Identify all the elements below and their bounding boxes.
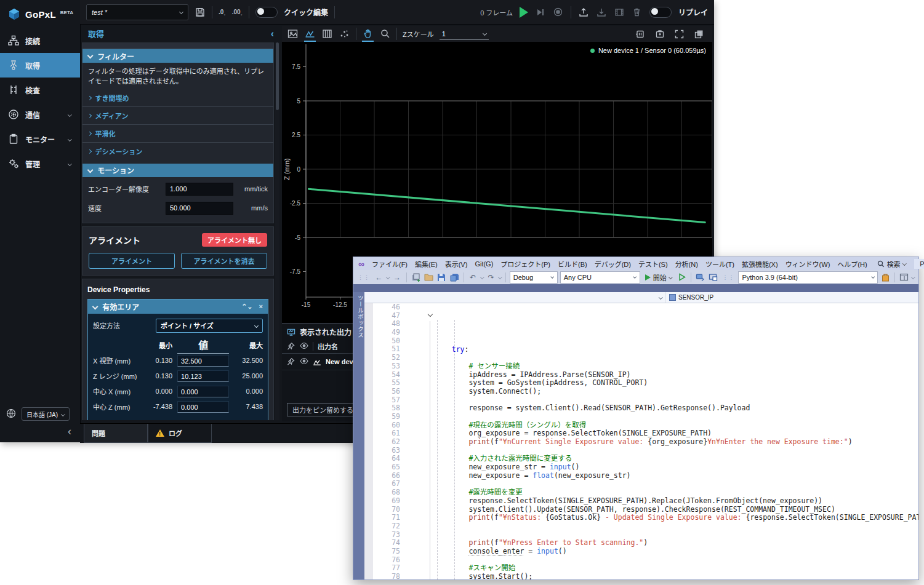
sidebar-item[interactable]: 接続 [0, 28, 80, 53]
new-project-icon[interactable] [411, 273, 421, 282]
outline-gutter[interactable] [404, 303, 435, 579]
image-view-icon[interactable] [287, 28, 299, 39]
environment-preview-icon[interactable] [708, 273, 718, 282]
dock-view-icon[interactable] [634, 28, 646, 39]
value-input[interactable] [177, 386, 229, 397]
filter-item[interactable]: メディアン [82, 106, 273, 124]
package-manager-icon[interactable] [880, 273, 891, 282]
vs-menu-item[interactable]: 編集(E) [411, 259, 441, 269]
eye-icon[interactable] [300, 342, 308, 351]
method-select[interactable]: ポイント / サイズ [156, 319, 263, 333]
snapshot-icon[interactable] [654, 28, 665, 39]
active-area-header[interactable]: 有効エリア ⌃⌄ × [88, 300, 268, 314]
toolbox-tab[interactable]: ツールボックス [353, 292, 364, 579]
toolbar-grip[interactable]: ⋮⋮ [722, 274, 734, 281]
download-icon[interactable] [596, 7, 607, 18]
fullscreen-icon[interactable] [673, 28, 685, 39]
film-icon[interactable] [614, 7, 625, 18]
eye-icon[interactable] [300, 357, 308, 366]
open-folder-icon[interactable] [424, 273, 434, 282]
zscale-select[interactable]: 1 [440, 28, 489, 40]
panel-collapse-button[interactable]: ‹ [271, 28, 274, 39]
pan-hand-icon[interactable] [362, 28, 374, 39]
window-layout-icon[interactable] [899, 273, 909, 282]
filter-item[interactable]: すき間埋め [82, 89, 273, 106]
vs-menu-item[interactable]: 拡張機能(X) [738, 259, 782, 269]
value-input[interactable] [177, 355, 229, 367]
start-debug-button[interactable]: 開始 [643, 273, 675, 282]
code-view[interactable]: 4647484950515253545556575859606162636465… [364, 303, 918, 579]
zoom-magnifier-icon[interactable] [379, 28, 391, 39]
value-input[interactable] [166, 202, 233, 215]
vs-menu-item[interactable]: ヘルプ(H) [834, 259, 870, 269]
platform-select[interactable]: Any CPU [560, 271, 640, 284]
trash-icon[interactable] [632, 7, 643, 18]
python-environment-select[interactable]: Python 3.9 (64-bit) [738, 271, 878, 284]
vs-menu-item[interactable]: プロジェクト(P) [497, 259, 554, 269]
filter-item[interactable]: デシメーション [82, 142, 273, 160]
play-icon[interactable] [520, 7, 528, 18]
type-dropdown[interactable] [364, 292, 665, 303]
vs-search-box[interactable]: 検索 [877, 259, 906, 269]
save-all-icon[interactable] [449, 273, 460, 282]
breakpoint-gutter[interactable] [364, 303, 373, 579]
filter-item[interactable]: 平滑化 [82, 124, 273, 142]
decimal-0-icon[interactable]: .0˯ [219, 9, 226, 15]
tab-log[interactable]: ログ [148, 424, 212, 443]
section-filter[interactable]: フィルター [82, 49, 273, 63]
alignment-button[interactable]: アライメント [89, 253, 175, 269]
toolbar-grip[interactable]: ⋮⋮ [358, 274, 370, 281]
chevron-down-icon[interactable] [386, 275, 390, 279]
record-icon[interactable] [553, 7, 564, 18]
section-motion[interactable]: モーション [82, 164, 273, 177]
value-input[interactable] [177, 401, 229, 413]
vs-menu-item[interactable]: デバッグ(D) [591, 259, 635, 269]
vs-menu-item[interactable]: Git(G) [471, 260, 497, 268]
save-icon[interactable] [195, 7, 206, 18]
navigate-forward-icon[interactable]: → [392, 273, 403, 282]
decimal-00-icon[interactable]: .00˯ [232, 9, 243, 15]
tab-problems[interactable]: 問題 [84, 424, 148, 443]
save-icon[interactable] [436, 273, 447, 282]
close-icon[interactable]: × [259, 303, 263, 310]
sidebar-collapse-button[interactable]: ‹ [68, 426, 71, 437]
chevron-down-icon[interactable] [911, 275, 915, 279]
code-text[interactable]: try: # センサー接続 ipAddress = IPAddress.Pars… [435, 303, 918, 579]
vs-menu-item[interactable]: テスト(S) [635, 259, 672, 269]
job-select[interactable]: test * [86, 4, 188, 20]
pin-icon[interactable] [287, 342, 295, 351]
language-select[interactable]: 日本語 (JA) [22, 407, 70, 421]
sidebar-item[interactable]: 検査 [0, 78, 80, 102]
panel-scrollbar[interactable] [275, 42, 279, 420]
vs-menu-item[interactable]: ファイル(F) [368, 259, 411, 269]
clear-alignment-button[interactable]: アライメントを消去 [181, 253, 267, 269]
value-input[interactable] [177, 370, 229, 382]
surface-view-icon[interactable] [321, 28, 333, 39]
chevron-down-icon[interactable] [498, 275, 502, 279]
vs-menu-item[interactable]: ビルド(B) [554, 259, 591, 269]
pointcloud-view-icon[interactable] [339, 28, 350, 39]
vs-menu-item[interactable]: ウィンドウ(W) [782, 259, 834, 269]
chevron-down-icon[interactable] [480, 275, 484, 279]
navigate-back-icon[interactable]: ← [374, 273, 384, 282]
quick-edit-toggle[interactable] [255, 7, 278, 18]
value-input[interactable] [166, 183, 233, 196]
sidebar-item[interactable]: 取得 [0, 53, 80, 78]
sidebar-item[interactable]: 通信 [0, 102, 80, 127]
live-share-icon[interactable] [695, 273, 705, 282]
sidebar-item[interactable]: モニター [0, 127, 80, 151]
member-dropdown[interactable]: SENSOR_IP [665, 292, 717, 303]
pin-icon[interactable] [287, 357, 295, 366]
profile-view-icon[interactable] [304, 28, 316, 39]
vs-menu-item[interactable]: 表示(V) [441, 259, 472, 269]
replay-toggle[interactable] [649, 7, 672, 18]
fold-chevron-icon[interactable] [428, 312, 433, 317]
start-without-debug-icon[interactable] [677, 273, 687, 282]
upload-icon[interactable] [578, 7, 589, 18]
configuration-select[interactable]: Debug [510, 271, 558, 284]
layers-icon[interactable] [693, 28, 705, 39]
expand-collapse-icon[interactable]: ⌃⌄ [241, 303, 252, 311]
vs-title-bar[interactable]: ∞ ファイル(F)編集(E)表示(V)Git(G)プロジェクト(P)ビルド(B)… [353, 257, 918, 270]
vs-menu-item[interactable]: ツール(T) [702, 259, 738, 269]
step-icon[interactable] [535, 7, 546, 18]
